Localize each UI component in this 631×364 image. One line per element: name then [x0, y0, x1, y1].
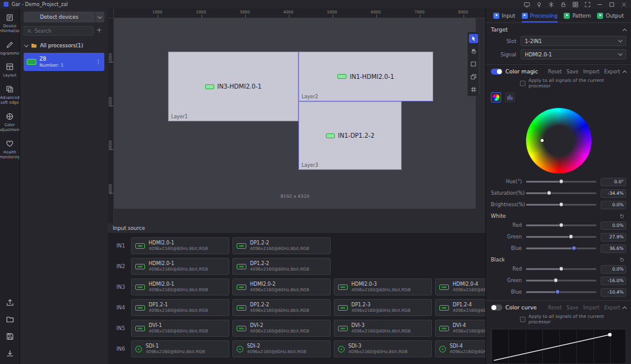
- white-blue-slider[interactable]: [526, 248, 596, 249]
- layers-tool-button[interactable]: [469, 72, 478, 81]
- black-green-slider[interactable]: [526, 280, 596, 281]
- histogram-mode-button[interactable]: [505, 92, 515, 103]
- input-card-dp1-2-3[interactable]: DP1.2-34096x2160@60Hz,8bit,RGB: [334, 299, 432, 316]
- slider-handle[interactable]: [569, 234, 573, 239]
- detect-devices-button[interactable]: Detect devices: [24, 12, 104, 22]
- tab-pattern[interactable]: Pattern: [564, 8, 591, 22]
- input-card-hdmi2-0-3[interactable]: HDMI2.0-34096x2160@60Hz,8bit,RGB: [334, 278, 432, 295]
- input-card-hdmi2-0-1[interactable]: HDMI2.0-14096x2160@60Hz,8bit,RGB: [131, 258, 229, 275]
- color-magic-reset-button[interactable]: Reset: [548, 69, 561, 75]
- fullscreen-button[interactable]: [584, 1, 591, 8]
- black-reset-icon[interactable]: [619, 257, 625, 263]
- tab-input[interactable]: Input: [493, 8, 515, 22]
- color-magic-toggle[interactable]: [491, 69, 502, 75]
- grid-button[interactable]: [572, 1, 579, 8]
- input-card-dvi-4[interactable]: DVI-44096x2160@60Hz,8bit,RGB: [435, 320, 485, 337]
- white-green-slider[interactable]: [526, 236, 596, 238]
- gridsm-tool-button[interactable]: [469, 85, 478, 94]
- slider-handle[interactable]: [547, 190, 552, 195]
- input-card-hdmi2-0-2[interactable]: HDMI2.0-24096x2160@60Hz,8bit,RGB: [232, 278, 331, 295]
- export-button[interactable]: [5, 298, 15, 307]
- hsb-saturation-slider[interactable]: [526, 192, 596, 194]
- layer-3[interactable]: IN1-DP1.2-2Layer3: [299, 101, 402, 170]
- black-red-slider[interactable]: [526, 268, 596, 270]
- slot-select[interactable]: 1-2IN1: [521, 36, 626, 46]
- download-button[interactable]: [5, 349, 15, 358]
- cast-button[interactable]: [524, 1, 530, 8]
- input-card-dvi-3[interactable]: DVI-34096x2160@60Hz,8bit,RGB: [334, 320, 432, 337]
- input-card-dp1-2-2[interactable]: DP1.2-24096x2160@60Hz,8bit,RGB: [232, 258, 331, 275]
- device-item-z8[interactable]: Z8 Number: 1: [24, 53, 104, 71]
- color-curve-reset-button[interactable]: Reset: [548, 305, 561, 311]
- maximize-button[interactable]: [609, 1, 615, 8]
- input-card-hdmi2-0-1[interactable]: HDMI2.0-14096x2160@60Hz,8bit,RGB: [131, 278, 229, 295]
- minimize-button[interactable]: [596, 1, 603, 8]
- shape-tool-button[interactable]: [469, 59, 478, 69]
- hsb-brightness-slider[interactable]: [526, 204, 596, 206]
- hand-tool-button[interactable]: [469, 47, 478, 56]
- chevron-up-icon[interactable]: [623, 28, 627, 32]
- hsb-hue-slider[interactable]: [526, 181, 596, 183]
- chevron-up-icon[interactable]: [623, 70, 627, 74]
- white-red-slider[interactable]: [526, 224, 596, 226]
- white-sliders: Red0.0%Green27.9%Blue36.6%: [486, 220, 631, 254]
- color-curve-export-button[interactable]: Export: [604, 305, 620, 311]
- white-reset-icon[interactable]: [619, 213, 625, 219]
- slider-handle[interactable]: [559, 202, 564, 207]
- color-curve-toggle[interactable]: [491, 305, 502, 311]
- slider-handle[interactable]: [559, 179, 564, 184]
- color-wheel-mode-button[interactable]: [491, 92, 501, 103]
- layer-2[interactable]: IN1-HDMI2.0-1Layer2: [299, 52, 433, 101]
- bulb-button[interactable]: [536, 1, 542, 8]
- lock-button[interactable]: [560, 1, 567, 8]
- input-spec: 4096x2160@60Hz,8bit,RGB: [250, 246, 309, 252]
- folder-button[interactable]: [5, 315, 15, 324]
- color-wheel[interactable]: [526, 108, 592, 174]
- color-curve-save-button[interactable]: Save: [567, 305, 579, 311]
- tree-root-all-processors[interactable]: All processors(1): [24, 41, 104, 50]
- save-button[interactable]: [5, 332, 15, 341]
- apply-all-checkbox[interactable]: [520, 81, 525, 86]
- color-magic-import-button[interactable]: Import: [583, 69, 599, 75]
- input-card-dp1-2-1[interactable]: DP1.2-14096x2160@60Hz,8bit,RGB: [131, 299, 229, 316]
- device-menu-icon[interactable]: [95, 59, 101, 65]
- color-curve-import-button[interactable]: Import: [583, 305, 599, 311]
- apply-all-checkbox[interactable]: [520, 317, 525, 322]
- search-input[interactable]: Search: [24, 26, 93, 36]
- input-card-sdi-3[interactable]: SDI-34096x2160@60Hz,8bit,RGB: [334, 340, 432, 357]
- tab-output[interactable]: Output: [597, 8, 624, 22]
- tab-processing[interactable]: Processing: [522, 8, 558, 22]
- layer-1[interactable]: IN3-HDMI2.0-1Layer1: [168, 52, 299, 121]
- detect-devices-dropdown[interactable]: [95, 12, 104, 22]
- chevron-up-icon[interactable]: [623, 306, 627, 310]
- slider-fill: [526, 192, 549, 194]
- input-row-in6: IN6SDI-14096x2160@60Hz,8bit,RGBSDI-24096…: [110, 339, 485, 359]
- color-curve-editor[interactable]: [491, 329, 626, 364]
- input-card-dp1-2-2[interactable]: DP1.2-24096x2160@60Hz,8bit,RGB: [232, 237, 331, 254]
- input-card-dp1-2-2[interactable]: DP1.2-24096x2160@60Hz,8bit,RGB: [232, 299, 331, 316]
- select-tool-button[interactable]: [469, 34, 478, 43]
- input-card-sdi-1[interactable]: SDI-14096x2160@60Hz,8bit,RGB: [131, 340, 229, 357]
- signal-select[interactable]: HDMI2.0-1: [521, 49, 626, 59]
- slider-handle[interactable]: [572, 246, 576, 251]
- slider-handle[interactable]: [555, 289, 560, 294]
- screen-area[interactable]: 8192 x 4320 IN3-HDMI2.0-1Layer1IN1-HDMI2…: [114, 18, 476, 209]
- ruler-tick: [110, 149, 113, 150]
- input-card-dp1-2-4[interactable]: DP1.2-44096x2160@60Hz,8bit,RGB: [435, 299, 485, 316]
- color-magic-save-button[interactable]: Save: [567, 69, 579, 75]
- close-button[interactable]: [621, 1, 627, 8]
- slider-handle[interactable]: [559, 223, 564, 228]
- color-magic-export-button[interactable]: Export: [604, 69, 620, 75]
- add-device-button[interactable]: [96, 27, 104, 35]
- slider-handle[interactable]: [553, 278, 558, 283]
- input-card-dvi-1[interactable]: DVI-14096x2160@60Hz,8bit,RGB: [131, 320, 229, 337]
- input-card-dvi-2[interactable]: DVI-24096x2160@60Hz,8bit,RGB: [232, 320, 331, 337]
- slider-handle[interactable]: [559, 266, 564, 271]
- input-card-hdmi2-0-1[interactable]: HDMI2.0-14096x2160@60Hz,8bit,RGB: [131, 237, 229, 254]
- snowflake-button[interactable]: [548, 1, 555, 8]
- input-card-sdi-2[interactable]: SDI-24096x2160@60Hz,8bit,RGB: [232, 340, 331, 357]
- input-card-hdmi2-0-4[interactable]: HDMI2.0-44096x2160@60Hz,8bit,RGB: [435, 278, 485, 295]
- input-card-sdi-4[interactable]: SDI-44096x2160@60Hz,8bit,RGB: [435, 340, 485, 357]
- layout-canvas[interactable]: 10002000300040005000600070008000 1000200…: [108, 8, 485, 223]
- black-blue-slider[interactable]: [526, 291, 596, 293]
